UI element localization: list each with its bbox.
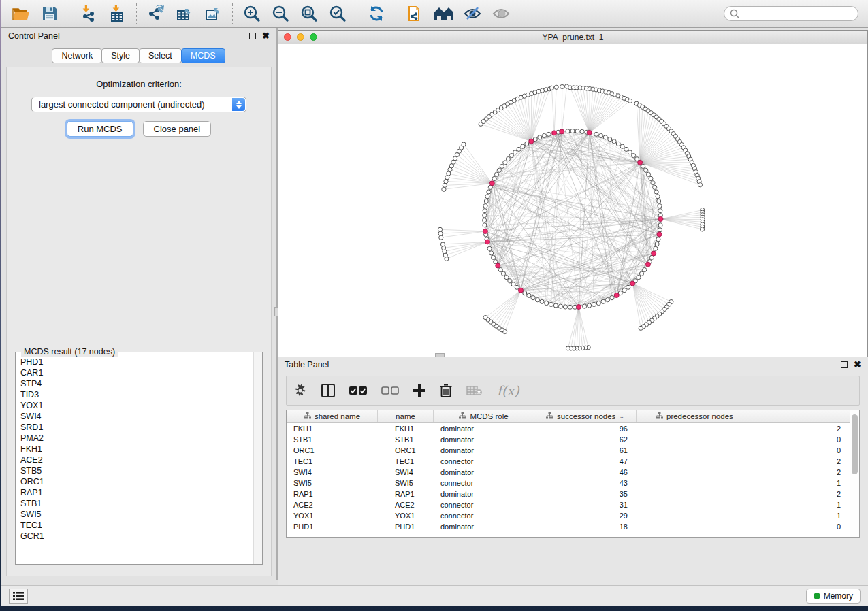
float-table-panel-icon[interactable]	[841, 361, 848, 368]
mcds-result-list[interactable]: PHD1CAR1STP4TID3YOX1SWI4SRD1PMA2FKH1ACE2…	[16, 357, 253, 563]
network-canvas[interactable]	[278, 44, 867, 381]
export-network-icon[interactable]	[145, 3, 167, 24]
table-row[interactable]: PHD1PHD1dominator180	[287, 521, 850, 532]
export-table-icon[interactable]	[174, 3, 195, 24]
mcds-result-item[interactable]: SWI4	[20, 411, 253, 422]
close-panel-icon[interactable]: ✖	[262, 33, 270, 39]
import-network-icon[interactable]	[78, 3, 99, 24]
first-neighbors-icon[interactable]	[433, 3, 455, 24]
control-panel: Control Panel ✖ NetworkStyleSelectMCDS O…	[1, 28, 276, 580]
mcds-result-item[interactable]: ORC1	[20, 476, 253, 487]
cell-name: RAP1	[378, 489, 434, 499]
table-row[interactable]: SWI4SWI4dominator462	[287, 467, 850, 478]
memory-button[interactable]: Memory	[806, 589, 861, 604]
table-row[interactable]: ORC1ORC1dominator610	[287, 445, 850, 456]
criterion-dropdown[interactable]: largest connected component (undirected)	[31, 97, 246, 112]
mcds-tab-content: Optimization criterion: largest connecte…	[6, 67, 272, 576]
zoom-in-icon[interactable]	[241, 3, 263, 24]
deselect-all-icon[interactable]	[381, 386, 399, 395]
mcds-result-item[interactable]: ACE2	[20, 455, 253, 465]
mcds-result-item[interactable]: STP4	[20, 378, 253, 389]
zoom-selected-icon[interactable]	[327, 3, 349, 24]
delete-table-icon[interactable]	[466, 385, 483, 396]
column-panel-icon[interactable]	[321, 384, 335, 397]
search-input[interactable]	[739, 9, 852, 18]
mcds-result-item[interactable]: FKH1	[20, 444, 253, 455]
cell-shared_name: ACE2	[287, 499, 378, 510]
table-row[interactable]: SWI5SWI5connector431	[287, 478, 850, 489]
save-session-icon[interactable]	[39, 3, 61, 24]
run-mcds-button[interactable]: Run MCDS	[67, 121, 133, 137]
mcds-result-item[interactable]: STB1	[20, 498, 253, 509]
mcds-result-item[interactable]: TID3	[20, 389, 253, 400]
cell-shared_name: STB1	[287, 434, 378, 445]
export-image-icon[interactable]	[202, 3, 224, 24]
hide-graphics-details-icon[interactable]	[462, 3, 483, 24]
float-panel-icon[interactable]	[249, 33, 256, 39]
close-table-panel-icon[interactable]: ✖	[854, 361, 861, 368]
close-panel-button[interactable]: Close panel	[143, 121, 212, 137]
node-table-header: shared namenameMCDS rolesuccessor nodes⌄…	[287, 410, 850, 423]
mcds-result-item[interactable]: PHD1	[20, 357, 253, 367]
mcds-result-item[interactable]: GCR1	[20, 531, 253, 542]
cell-successor_nodes: 29	[534, 510, 637, 521]
cell-predecessor_nodes: 0	[637, 445, 850, 456]
show-graphics-details-icon[interactable]	[490, 3, 512, 24]
column-header-successor-nodes[interactable]: successor nodes⌄	[534, 410, 637, 422]
dropdown-stepper-icon	[232, 98, 245, 111]
table-scrollbar[interactable]	[850, 410, 859, 537]
cell-mcds_role: connector	[434, 499, 534, 510]
function-builder-icon[interactable]: f(x)	[497, 383, 519, 398]
mcds-result-item[interactable]: SRD1	[20, 422, 253, 433]
cell-name: SWI5	[378, 478, 434, 489]
table-row[interactable]: RAP1RAP1dominator352	[287, 489, 850, 499]
cell-predecessor_nodes: 2	[637, 489, 850, 499]
column-header-MCDS-role[interactable]: MCDS role	[434, 410, 534, 422]
toolbar-separator	[357, 3, 357, 24]
zoom-fit-icon[interactable]	[298, 3, 320, 24]
refresh-icon[interactable]	[366, 3, 387, 24]
tab-select[interactable]: Select	[139, 48, 182, 63]
open-file-icon[interactable]	[10, 3, 32, 24]
table-scrollbar-thumb[interactable]	[852, 414, 858, 474]
network-window-titlebar[interactable]: YPA_prune.txt_1	[278, 31, 867, 44]
import-table-icon[interactable]	[106, 3, 128, 24]
zoom-out-icon[interactable]	[270, 3, 291, 24]
table-row[interactable]: ACE2ACE2connector311	[287, 499, 850, 510]
attribute-type-icon	[656, 412, 663, 420]
cell-successor_nodes: 61	[534, 445, 637, 456]
column-header-name[interactable]: name	[378, 410, 434, 422]
column-header-predecessor-nodes[interactable]: predecessor nodes	[637, 410, 850, 422]
mcds-result-item[interactable]: SWI5	[20, 509, 253, 520]
add-column-icon[interactable]	[413, 384, 425, 397]
search-field[interactable]	[724, 6, 858, 21]
mcds-result-item[interactable]: RAP1	[20, 487, 253, 498]
mcds-result-item[interactable]: PMA2	[20, 433, 253, 444]
table-row[interactable]: TEC1TEC1connector472	[287, 456, 850, 467]
column-header-shared-name[interactable]: shared name	[287, 410, 378, 422]
mcds-result-item[interactable]: STB5	[20, 465, 253, 476]
table-row[interactable]: STB1STB1dominator620	[287, 434, 850, 445]
cell-name: ACE2	[378, 499, 434, 510]
tab-network[interactable]: Network	[52, 48, 102, 63]
memory-label: Memory	[824, 591, 853, 601]
task-history-button[interactable]	[9, 589, 28, 604]
select-all-icon[interactable]	[349, 386, 367, 395]
cell-mcds_role: dominator	[434, 423, 534, 434]
mcds-result-scrollbar[interactable]	[253, 352, 262, 564]
cell-name: FKH1	[378, 423, 434, 434]
share-document-icon[interactable]	[404, 3, 426, 24]
tab-style[interactable]: Style	[101, 48, 140, 63]
cell-shared_name: ORC1	[287, 445, 378, 456]
mcds-result-item[interactable]: YOX1	[20, 400, 253, 411]
mcds-result-item[interactable]: TEC1	[20, 520, 253, 531]
mcds-result-item[interactable]: CAR1	[20, 367, 253, 378]
cell-name: ORC1	[378, 445, 434, 456]
column-label: predecessor nodes	[666, 412, 733, 420]
table-row[interactable]: YOX1YOX1connector291	[287, 510, 850, 521]
cell-predecessor_nodes: 2	[637, 456, 850, 467]
table-row[interactable]: FKH1FKH1dominator962	[287, 423, 850, 434]
delete-column-icon[interactable]	[440, 384, 452, 397]
tab-mcds[interactable]: MCDS	[181, 48, 225, 63]
gear-icon[interactable]	[293, 384, 307, 397]
